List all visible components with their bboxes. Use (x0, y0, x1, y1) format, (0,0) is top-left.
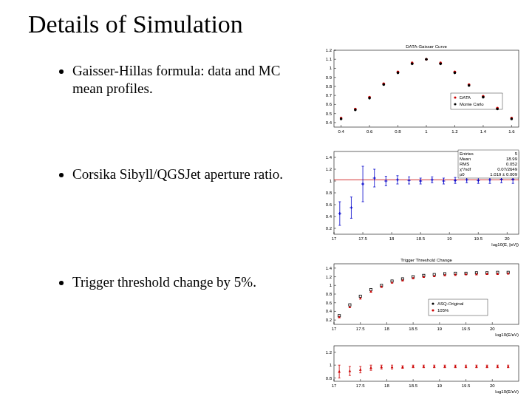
svg-text:1.1: 1.1 (326, 57, 332, 61)
svg-point-57 (482, 96, 485, 99)
svg-rect-240 (334, 346, 519, 381)
svg-text:0.6: 0.6 (326, 102, 332, 106)
svg-point-63 (454, 103, 456, 105)
svg-text:17.5: 17.5 (356, 327, 365, 331)
bullet-1: Gaisser-Hillas formula: data and MC mean… (72, 62, 284, 98)
svg-text:1.2: 1.2 (326, 167, 332, 171)
svg-text:1.019 ± 0.009: 1.019 ± 0.009 (490, 172, 517, 177)
svg-text:17.5: 17.5 (358, 236, 367, 241)
svg-point-58 (496, 108, 499, 111)
svg-text:17: 17 (332, 383, 337, 388)
svg-text:18.99: 18.99 (506, 157, 518, 161)
svg-text:χ²/ndf: χ²/ndf (460, 167, 471, 171)
svg-text:1.4: 1.4 (326, 155, 332, 160)
svg-text:17.5: 17.5 (356, 383, 365, 388)
svg-text:20: 20 (505, 236, 510, 241)
svg-text:0.6: 0.6 (366, 129, 373, 134)
svg-text:17: 17 (332, 327, 337, 331)
svg-point-236 (432, 302, 434, 304)
svg-text:17: 17 (332, 236, 337, 241)
svg-point-52 (411, 63, 414, 66)
svg-text:19: 19 (437, 327, 443, 331)
svg-text:19.5: 19.5 (474, 236, 482, 241)
svg-text:1: 1 (330, 66, 332, 70)
svg-point-55 (454, 72, 457, 75)
svg-point-56 (468, 84, 471, 87)
svg-rect-187 (334, 264, 519, 324)
svg-text:18: 18 (384, 327, 389, 331)
svg-point-54 (439, 63, 442, 66)
svg-text:1: 1 (425, 129, 428, 134)
svg-text:1: 1 (330, 283, 332, 287)
svg-text:Entries: Entries (460, 151, 474, 156)
svg-text:Mean: Mean (460, 157, 471, 161)
svg-text:1.2: 1.2 (326, 275, 332, 279)
svg-text:Trigger Threshold Change: Trigger Threshold Change (400, 258, 452, 262)
svg-text:0.8: 0.8 (326, 84, 332, 89)
plot-gaisser-hillas: DATA-Gaisser Curve0.40.60.811.21.41.60.4… (318, 41, 525, 137)
svg-text:DATA: DATA (460, 95, 471, 100)
plot-trigger-threshold: Trigger Threshold Change1717.51818.51919… (318, 255, 525, 338)
svg-text:19.5: 19.5 (462, 383, 471, 388)
svg-text:18.5: 18.5 (416, 236, 425, 241)
svg-text:0.5: 0.5 (326, 112, 332, 116)
svg-text:0.052: 0.052 (506, 162, 518, 166)
svg-text:0.4: 0.4 (338, 129, 344, 134)
svg-text:19.5: 19.5 (462, 327, 471, 331)
svg-text:Monte Carlo: Monte Carlo (460, 102, 484, 106)
svg-text:log10(E, [eV]): log10(E, [eV]) (491, 242, 519, 247)
svg-text:1.2: 1.2 (326, 350, 332, 355)
svg-text:0.4: 0.4 (326, 214, 332, 219)
svg-point-49 (368, 97, 371, 100)
svg-text:log10(E/eV): log10(E/eV) (495, 389, 519, 394)
svg-text:18: 18 (389, 236, 395, 241)
svg-text:1: 1 (330, 363, 332, 367)
svg-text:0.6: 0.6 (326, 202, 332, 207)
svg-text:18.5: 18.5 (409, 327, 417, 331)
svg-text:1.4: 1.4 (326, 266, 332, 270)
svg-point-48 (354, 109, 357, 112)
svg-text:0.2: 0.2 (326, 318, 332, 322)
bullet-2: Corsika Sibyll/QGSJet aperture ratio. (72, 166, 284, 183)
bullet-3: Trigger threshold change by 5%. (72, 273, 284, 291)
svg-text:1.4: 1.4 (480, 129, 487, 134)
svg-text:0.8: 0.8 (326, 376, 332, 381)
bullet-block-2: Corsika Sibyll/QGSJet aperture ratio. (55, 166, 284, 188)
svg-point-51 (397, 72, 400, 75)
svg-text:0.6: 0.6 (326, 301, 332, 305)
svg-text:log10(E/eV): log10(E/eV) (495, 332, 519, 337)
svg-point-61 (454, 96, 456, 98)
svg-text:0.2: 0.2 (326, 226, 332, 231)
svg-text:0.4: 0.4 (326, 309, 332, 313)
svg-text:0.8: 0.8 (326, 292, 332, 296)
svg-text:0.07/2649: 0.07/2649 (497, 167, 517, 171)
svg-text:105%: 105% (437, 308, 449, 313)
svg-text:0.8: 0.8 (395, 129, 401, 134)
svg-text:1.6: 1.6 (508, 129, 515, 134)
svg-point-50 (383, 83, 386, 86)
svg-text:18.5: 18.5 (409, 383, 417, 388)
svg-text:0.4: 0.4 (326, 120, 332, 125)
bullet-block-3: Trigger threshold change by 5%. (55, 273, 284, 296)
svg-rect-0 (334, 50, 519, 127)
svg-text:1.2: 1.2 (326, 48, 332, 52)
svg-point-59 (511, 117, 514, 120)
svg-text:0.7: 0.7 (326, 93, 332, 98)
svg-point-47 (340, 117, 343, 120)
svg-text:19: 19 (447, 236, 452, 241)
svg-text:RMS: RMS (460, 162, 469, 166)
svg-text:19: 19 (437, 383, 443, 388)
bullet-block-1: Gaisser-Hillas formula: data and MC mean… (55, 62, 284, 102)
svg-text:0.9: 0.9 (326, 75, 332, 80)
svg-text:p0: p0 (460, 172, 465, 177)
svg-text:18: 18 (384, 383, 389, 388)
svg-text:1: 1 (330, 179, 332, 183)
svg-point-238 (432, 309, 434, 311)
svg-text:20: 20 (490, 383, 495, 388)
svg-rect-60 (451, 93, 502, 109)
svg-text:20: 20 (490, 327, 495, 331)
svg-text:DATA-Gaisser Curve: DATA-Gaisser Curve (406, 44, 447, 49)
svg-point-53 (425, 58, 428, 61)
plot-trigger-ratio: 1717.51818.51919.5200.811.2log10(E/eV) (318, 341, 525, 395)
plot-aperture-ratio: 1717.51818.51919.5200.20.40.60.811.21.4l… (318, 144, 525, 248)
